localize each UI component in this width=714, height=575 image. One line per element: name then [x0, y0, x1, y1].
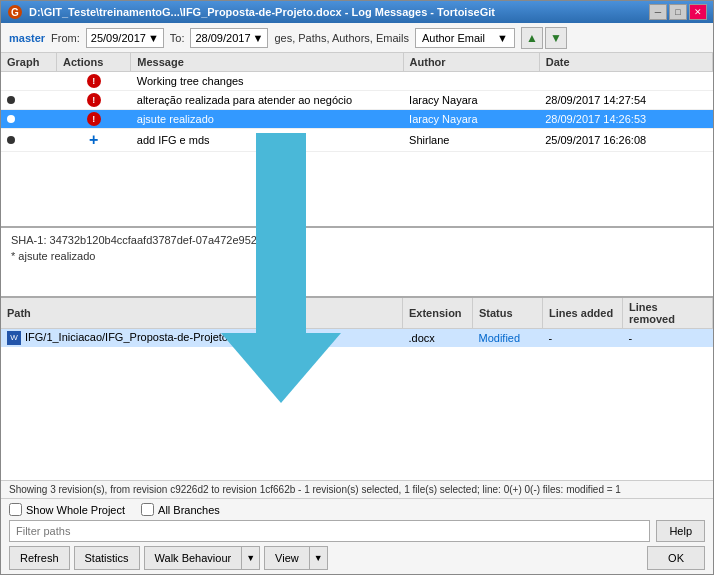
- nav-down-button[interactable]: ▼: [545, 27, 567, 49]
- author-cell: Iaracy Nayara: [403, 91, 539, 110]
- message-cell: alteração realizada para atender ao negó…: [131, 91, 403, 110]
- title-bar: G D:\GIT_Teste\treinamentoG...\IFG_Propo…: [1, 1, 713, 23]
- help-button[interactable]: Help: [656, 520, 705, 542]
- file-table-container: Path Extension Status Lines added Lines …: [1, 298, 713, 481]
- graph-cell: [1, 91, 57, 110]
- date-cell: 25/09/2017 16:26:08: [539, 129, 712, 152]
- col-date: Date: [539, 53, 712, 72]
- table-row[interactable]: WIFG/1_Iniciacao/IFG_Proposta-de-Projeto…: [1, 329, 713, 348]
- from-label: From:: [51, 32, 80, 44]
- filter-row: Help: [9, 520, 705, 542]
- log-table-container: Graph Actions Message Author Date !: [1, 53, 713, 228]
- date-cell: [539, 72, 712, 91]
- actions-cell: !: [57, 110, 131, 129]
- file-col-removed: Lines removed: [623, 298, 713, 329]
- error-icon: !: [87, 112, 101, 126]
- date-cell: 28/09/2017 14:27:54: [539, 91, 712, 110]
- walk-behaviour-arrow[interactable]: ▼: [241, 546, 260, 570]
- graph-cell: [1, 110, 57, 129]
- file-col-path: Path: [1, 298, 403, 329]
- commit-message: * ajsute realizado: [11, 250, 703, 262]
- walk-behaviour-button: Walk Behaviour ▼: [144, 546, 261, 570]
- file-col-status: Status: [473, 298, 543, 329]
- app-icon: G: [7, 4, 23, 20]
- col-graph: Graph: [1, 53, 57, 72]
- statistics-button[interactable]: Statistics: [74, 546, 140, 570]
- ok-button[interactable]: OK: [647, 546, 705, 570]
- col-actions: Actions: [57, 53, 131, 72]
- to-date-select[interactable]: 28/09/2017 ▼: [190, 28, 268, 48]
- commit-detail: SHA-1: 34732b120b4ccfaafd3787def-07a472e…: [1, 228, 713, 298]
- actions-cell: +: [57, 129, 131, 152]
- window-title: D:\GIT_Teste\treinamentoG...\IFG_Propost…: [29, 6, 495, 18]
- nav-up-button[interactable]: ▲: [521, 27, 543, 49]
- table-row[interactable]: + add IFG e mds Shirlane 25/09/2017 16:2…: [1, 129, 713, 152]
- minimize-button[interactable]: ─: [649, 4, 667, 20]
- walk-behaviour-main[interactable]: Walk Behaviour: [144, 546, 242, 570]
- author-cell: [403, 72, 539, 91]
- checkboxes: Show Whole Project All Branches: [9, 503, 705, 516]
- file-icon: W: [7, 331, 21, 345]
- from-date-select[interactable]: 25/09/2017 ▼: [86, 28, 164, 48]
- file-lines-removed-cell: -: [623, 329, 713, 348]
- graph-dot: [7, 136, 15, 144]
- author-filter-select[interactable]: Author Email ▼: [415, 28, 515, 48]
- svg-text:G: G: [11, 7, 19, 18]
- refresh-button[interactable]: Refresh: [9, 546, 70, 570]
- message-cell: Working tree changes: [131, 72, 403, 91]
- error-icon: !: [87, 93, 101, 107]
- show-whole-project-checkbox[interactable]: Show Whole Project: [9, 503, 125, 516]
- filter-label: ges, Paths, Authors, Emails: [274, 32, 409, 44]
- close-button[interactable]: ✕: [689, 4, 707, 20]
- table-row[interactable]: ! ajsute realizado Iaracy Nayara 28/09/2…: [1, 110, 713, 129]
- toolbar: master From: 25/09/2017 ▼ To: 28/09/2017…: [1, 23, 713, 53]
- graph-dot: [7, 115, 15, 123]
- to-label: To:: [170, 32, 185, 44]
- date-cell: 28/09/2017 14:26:53: [539, 110, 712, 129]
- file-ext-cell: .docx: [403, 329, 473, 348]
- all-branches-input[interactable]: [141, 503, 154, 516]
- actions-cell: !: [57, 72, 131, 91]
- error-icon: !: [87, 74, 101, 88]
- all-branches-checkbox[interactable]: All Branches: [141, 503, 220, 516]
- file-status-cell: Modified: [473, 329, 543, 348]
- file-table: Path Extension Status Lines added Lines …: [1, 298, 713, 347]
- window-controls: ─ □ ✕: [649, 4, 707, 20]
- nav-arrows: ▲ ▼: [521, 27, 567, 49]
- col-message: Message: [131, 53, 403, 72]
- file-lines-added-cell: -: [543, 329, 623, 348]
- file-col-added: Lines added: [543, 298, 623, 329]
- sha-line: SHA-1: 34732b120b4ccfaafd3787def-07a472e…: [11, 234, 703, 246]
- graph-cell: [1, 72, 57, 91]
- maximize-button[interactable]: □: [669, 4, 687, 20]
- view-button: View ▼: [264, 546, 328, 570]
- message-cell: ajsute realizado: [131, 110, 403, 129]
- author-cell: Iaracy Nayara: [403, 110, 539, 129]
- status-text: Showing 3 revision(s), from revision c92…: [9, 484, 621, 495]
- view-arrow[interactable]: ▼: [309, 546, 328, 570]
- branch-label: master: [9, 32, 45, 44]
- action-row: Refresh Statistics Walk Behaviour ▼ View…: [9, 546, 705, 570]
- all-branches-label: All Branches: [158, 504, 220, 516]
- col-author: Author: [403, 53, 539, 72]
- bottom-section: Show Whole Project All Branches Help Ref…: [1, 499, 713, 574]
- filter-paths-input[interactable]: [9, 520, 650, 542]
- action-row-left: Refresh Statistics Walk Behaviour ▼ View…: [9, 546, 328, 570]
- show-whole-project-label: Show Whole Project: [26, 504, 125, 516]
- table-row[interactable]: ! alteração realizada para atender ao ne…: [1, 91, 713, 110]
- message-cell: add IFG e mds: [131, 129, 403, 152]
- log-table: Graph Actions Message Author Date !: [1, 53, 713, 152]
- graph-cell: [1, 129, 57, 152]
- status-bar: Showing 3 revision(s), from revision c92…: [1, 481, 713, 499]
- add-icon: +: [89, 131, 98, 148]
- main-window: G D:\GIT_Teste\treinamentoG...\IFG_Propo…: [0, 0, 714, 575]
- actions-cell: !: [57, 91, 131, 110]
- table-row[interactable]: ! Working tree changes: [1, 72, 713, 91]
- graph-dot: [7, 96, 15, 104]
- file-path-cell: WIFG/1_Iniciacao/IFG_Proposta-de-Projeto…: [1, 329, 403, 348]
- show-whole-project-input[interactable]: [9, 503, 22, 516]
- author-cell: Shirlane: [403, 129, 539, 152]
- view-main[interactable]: View: [264, 546, 309, 570]
- file-col-ext: Extension: [403, 298, 473, 329]
- main-content: Graph Actions Message Author Date !: [1, 53, 713, 574]
